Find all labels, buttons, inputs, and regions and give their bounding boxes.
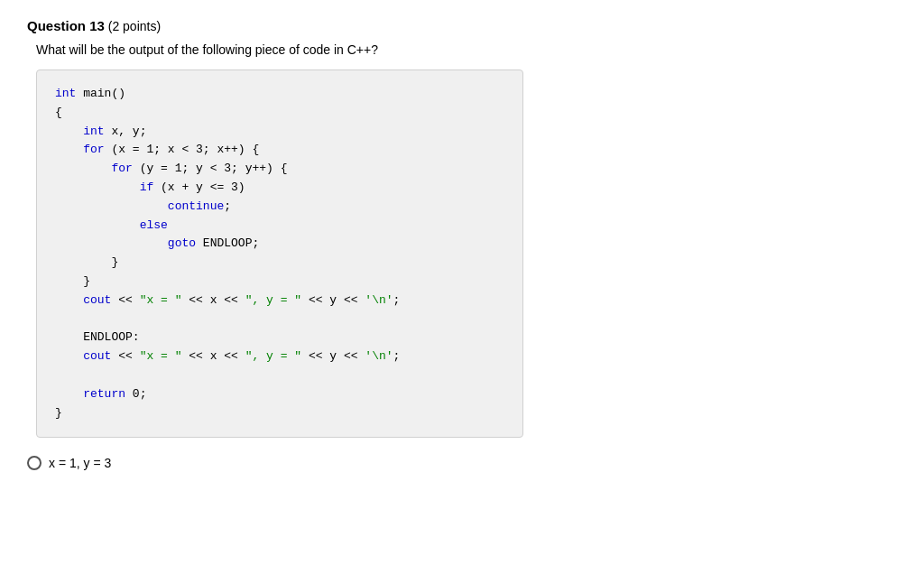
code-line-6: if (x + y <= 3): [55, 179, 504, 198]
question-number: Question 13: [27, 18, 105, 33]
str2: ", y = ": [245, 293, 301, 307]
answer-options: x = 1, y = 3: [27, 456, 897, 470]
code-line-8: else: [55, 217, 504, 236]
code-line-9: goto ENDLOOP;: [55, 235, 504, 254]
code-line-7: continue;: [55, 198, 504, 217]
code-line-5: for (y = 1; y < 3; y++) {: [55, 160, 504, 179]
code-line-blank1: [55, 310, 504, 329]
kw-return: return: [83, 387, 125, 401]
code-block: int main() { int x, y; for (x = 1; x < 3…: [36, 69, 523, 438]
kw-cout2: cout: [83, 349, 111, 363]
option-a[interactable]: x = 1, y = 3: [27, 456, 897, 470]
code-line-15: return 0;: [55, 385, 504, 404]
kw-else: else: [140, 218, 168, 232]
code-line-1: int main(): [55, 85, 504, 104]
code-line-3: int x, y;: [55, 123, 504, 142]
str3: '\n': [365, 293, 393, 307]
kw-goto: goto: [168, 236, 196, 250]
code-line-16: }: [55, 404, 504, 423]
code-line-14: cout << "x = " << x << ", y = " << y << …: [55, 347, 504, 366]
code-line-13: ENDLOOP:: [55, 329, 504, 347]
code-line-blank2: [55, 366, 504, 385]
code-line-10: }: [55, 254, 504, 273]
question-prompt: What will be the output of the following…: [36, 42, 897, 57]
kw-int: int: [55, 87, 76, 100]
question-header: Question 13 (2 points): [27, 18, 897, 33]
question-container: Question 13 (2 points) What will be the …: [27, 18, 897, 470]
kw-continue: continue: [168, 199, 224, 213]
str4: "x = ": [140, 349, 182, 363]
radio-a[interactable]: [27, 456, 42, 470]
kw-for2: for: [111, 162, 132, 175]
option-a-text: x = 1, y = 3: [49, 456, 111, 470]
kw-for1: for: [83, 143, 104, 156]
kw-int2: int: [83, 125, 104, 138]
str6: '\n': [365, 349, 393, 363]
code-line-2: {: [55, 104, 504, 123]
code-line-4: for (x = 1; x < 3; x++) {: [55, 141, 504, 160]
code-line-12: cout << "x = " << x << ", y = " << y << …: [55, 292, 504, 310]
str5: ", y = ": [245, 349, 301, 363]
question-points: (2 points): [108, 19, 161, 33]
kw-cout1: cout: [83, 293, 111, 307]
kw-if: if: [140, 181, 154, 194]
str1: "x = ": [140, 293, 182, 307]
code-line-11: }: [55, 273, 504, 292]
